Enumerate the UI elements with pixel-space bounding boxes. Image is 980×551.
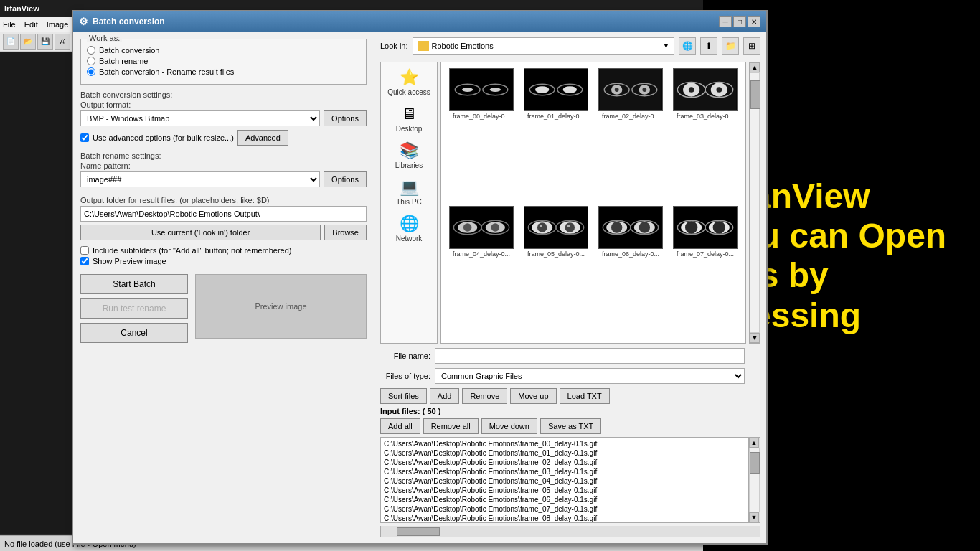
scroll-track[interactable]: [750, 72, 760, 333]
toolbar-open[interactable]: 📂: [20, 34, 36, 50]
remove-button[interactable]: Remove: [462, 388, 507, 404]
remove-all-button[interactable]: Remove all: [423, 418, 479, 434]
toolbar-save[interactable]: 💾: [37, 34, 53, 50]
include-subfolders-checkbox[interactable]: [80, 246, 89, 255]
radio-batch-rename[interactable]: [87, 57, 95, 65]
radio-batch-conversion-rename-label: Batch conversion - Rename result files: [99, 67, 234, 76]
file-item-4[interactable]: frame_04_delay-0...: [446, 204, 517, 339]
nav-view-btn[interactable]: ⊞: [743, 37, 760, 55]
run-test-button[interactable]: Run test rename: [80, 298, 188, 319]
batch-conversion-settings: Batch conversion settings: Output format…: [80, 90, 367, 146]
output-folder-input[interactable]: [80, 206, 367, 222]
quick-access-label: Quick access: [387, 88, 430, 96]
nav-back-btn[interactable]: 🌐: [679, 37, 696, 55]
preview-image-area: Preview image: [195, 274, 367, 339]
name-pattern-dropdown[interactable]: image###: [80, 171, 320, 187]
file-item-5[interactable]: frame_05_delay-0...: [520, 204, 592, 339]
menu-image[interactable]: Image: [47, 20, 69, 29]
file-item-0[interactable]: frame_00_delay-0...: [446, 67, 517, 202]
output-format-label: Output format:: [80, 100, 367, 109]
dialog-maximize-btn[interactable]: □: [733, 16, 746, 27]
sidebar-desktop[interactable]: 🖥 Desktop: [381, 102, 437, 136]
list-scroll-down[interactable]: ▼: [749, 512, 759, 522]
file-grid-scrollbar[interactable]: ▲ ▼: [749, 62, 760, 344]
svg-point-16: [642, 88, 646, 92]
toolbar-print[interactable]: 🖨: [55, 34, 70, 50]
svg-point-8: [535, 86, 549, 93]
file-item-2[interactable]: frame_02_delay-0...: [595, 67, 666, 202]
browse-button[interactable]: Browse: [324, 225, 367, 240]
file-name-row: File name:: [380, 348, 760, 364]
work-as-group: Work as: Batch conversion Batch rename B…: [80, 39, 367, 85]
scroll-up-arrow[interactable]: ▲: [750, 62, 760, 72]
cancel-button[interactable]: Cancel: [80, 323, 188, 343]
sort-files-button[interactable]: Sort files: [380, 388, 427, 404]
dialog-title-text: Batch conversion: [93, 17, 165, 27]
sidebar-network[interactable]: 🌐 Network: [381, 212, 437, 245]
svg-point-52: [685, 221, 697, 233]
nav-folder-btn[interactable]: 📁: [722, 37, 739, 55]
include-subfolders-label: Include subfolders (for "Add all" button…: [93, 246, 291, 255]
advanced-button[interactable]: Advanced: [237, 130, 288, 146]
dialog-window-controls: ─ □ ✕: [719, 16, 760, 27]
add-all-button[interactable]: Add all: [380, 418, 420, 434]
use-current-folder-button[interactable]: Use current ('Look in') folder: [80, 225, 321, 240]
file-item-1[interactable]: frame_01_delay-0...: [520, 67, 592, 202]
sidebar-this-pc[interactable]: 💻 This PC: [381, 175, 437, 209]
radio-batch-conversion[interactable]: [87, 46, 95, 55]
list-hscroll-thumb[interactable]: [397, 527, 440, 536]
file-browser-container: ⭐ Quick access 🖥 Desktop 📚 Libraries 💻 T…: [380, 62, 760, 344]
current-folder-label: Robotic Emotions: [432, 42, 494, 50]
files-of-type-row: Files of type: Common Graphic Files: [380, 368, 760, 384]
output-format-dropdown[interactable]: BMP - Windows Bitmap: [80, 110, 320, 126]
advanced-options-label: Use advanced options (for bulk resize...…: [93, 133, 234, 142]
list-scroll-up[interactable]: ▲: [749, 438, 759, 448]
add-button[interactable]: Add: [430, 388, 460, 404]
scroll-thumb[interactable]: [750, 80, 760, 109]
show-preview-checkbox[interactable]: [80, 257, 89, 265]
input-files-header-row2: Add all Remove all Move down Save as TXT: [380, 418, 760, 434]
save-as-txt-button[interactable]: Save as TXT: [540, 418, 601, 434]
sidebar-libraries[interactable]: 📚 Libraries: [381, 138, 437, 172]
svg-point-29: [463, 223, 472, 232]
name-options-button[interactable]: Options: [324, 171, 367, 187]
network-label: Network: [396, 235, 423, 242]
list-scroll-track[interactable]: [749, 448, 760, 512]
dialog-minimize-btn[interactable]: ─: [719, 16, 732, 27]
list-item: C:\Users\Awan\Desktop\Robotic Emotions\f…: [382, 514, 747, 523]
thumbnail-2: [598, 68, 663, 111]
file-name-label: File name:: [380, 352, 430, 360]
file-item-3[interactable]: frame_03_delay-0...: [669, 67, 741, 202]
file-item-7[interactable]: frame_07_delay-0...: [669, 204, 741, 339]
radio-batch-conversion-rename[interactable]: [87, 67, 95, 76]
scroll-down-arrow[interactable]: ▼: [750, 333, 760, 343]
listbox-scrollbar[interactable]: ▲ ▼: [749, 437, 760, 523]
thumbnail-1: [524, 68, 588, 111]
file-item-6[interactable]: frame_06_delay-0...: [595, 204, 666, 339]
files-of-type-label: Files of type:: [380, 372, 430, 380]
radio-batch-conversion-label: Batch conversion: [99, 46, 159, 55]
thumbnail-7: [673, 206, 738, 249]
list-hscrollbar[interactable]: [380, 526, 760, 537]
input-files-listbox[interactable]: C:\Users\Awan\Desktop\Robotic Emotions\f…: [380, 437, 749, 523]
dialog-close-btn[interactable]: ✕: [748, 16, 760, 27]
menu-file[interactable]: File: [3, 20, 16, 29]
list-item: C:\Users\Awan\Desktop\Robotic Emotions\f…: [382, 504, 747, 514]
load-txt-button[interactable]: Load TXT: [560, 388, 610, 404]
sidebar-quick-access[interactable]: ⭐ Quick access: [381, 65, 437, 99]
move-down-button[interactable]: Move down: [481, 418, 537, 434]
look-in-dropdown[interactable]: Robotic Emotions ▼: [413, 37, 674, 55]
start-batch-button[interactable]: Start Batch: [80, 274, 188, 294]
options-button[interactable]: Options: [324, 110, 367, 126]
menu-edit[interactable]: Edit: [24, 20, 38, 29]
toolbar-new[interactable]: 📄: [3, 34, 19, 50]
batch-rename-settings-label: Batch rename settings:: [80, 151, 367, 160]
file-name-input[interactable]: [435, 348, 745, 364]
svg-rect-0: [451, 69, 513, 110]
advanced-options-checkbox[interactable]: [80, 133, 89, 142]
nav-up-btn[interactable]: ⬆: [700, 37, 717, 55]
files-of-type-dropdown[interactable]: Common Graphic Files: [435, 368, 745, 384]
move-up-button[interactable]: Move up: [510, 388, 556, 404]
list-scroll-thumb[interactable]: [750, 452, 760, 474]
list-item: C:\Users\Awan\Desktop\Robotic Emotions\f…: [382, 439, 747, 448]
